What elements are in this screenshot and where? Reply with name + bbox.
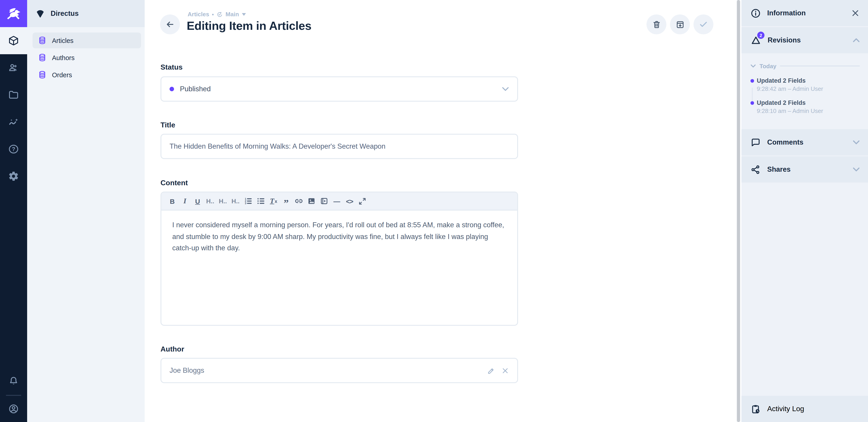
caret-down-icon (242, 13, 246, 15)
clear-format-button[interactable]: Tx (267, 195, 280, 207)
link-button[interactable] (292, 195, 305, 207)
title-value: The Hidden Benefits of Morning Walks: A … (169, 142, 385, 151)
database-icon (38, 53, 46, 62)
wysiwyg-editor: B I U H.. H.. H.. 123 (160, 192, 518, 326)
revisions-panel: Today Updated 2 Fields 9:28:42 am – Admi… (741, 54, 868, 129)
chevron-down-icon (750, 64, 756, 68)
bullet-list-button[interactable] (254, 195, 267, 207)
insert-media-button[interactable] (318, 195, 331, 207)
delete-button[interactable] (647, 14, 666, 34)
heading3-button[interactable]: H.. (229, 195, 242, 207)
chevron-down-icon (852, 167, 860, 172)
heading1-button[interactable]: H.. (204, 195, 217, 207)
code-button[interactable]: <> (343, 195, 356, 207)
activity-log-icon (750, 404, 761, 414)
author-value: Joe Bloggs (169, 366, 204, 375)
italic-button[interactable]: I (179, 195, 191, 207)
sidebar-item-articles[interactable]: Articles (33, 33, 141, 48)
save-button[interactable] (693, 14, 713, 34)
section-label: Activity Log (767, 405, 804, 413)
right-sidebar: Information 2 Revisions (741, 0, 868, 422)
ordered-list-icon: 123 (244, 197, 253, 205)
sidebar-section-shares[interactable]: Shares (741, 156, 868, 184)
insert-image-button[interactable] (305, 195, 318, 207)
horizontal-rule-button[interactable]: — (331, 195, 343, 207)
media-icon (320, 197, 329, 205)
chevron-up-icon (852, 38, 860, 42)
breadcrumb-version[interactable]: Main (225, 11, 239, 18)
heading2-button[interactable]: H.. (217, 195, 229, 207)
account-circle-icon (8, 403, 19, 414)
content-label: Content (160, 179, 518, 187)
sidebar-item-label: Articles (52, 37, 73, 44)
revision-meta: 9:28:10 am – Admin User (757, 107, 860, 115)
sidebar-item-label: Authors (52, 54, 74, 61)
notifications-button[interactable] (0, 368, 27, 395)
info-icon (750, 8, 761, 18)
module-users[interactable] (0, 54, 27, 81)
deselect-x-icon[interactable] (501, 367, 509, 374)
revision-meta: 9:28:42 am – Admin User (757, 85, 860, 93)
revision-title: Updated 2 Fields (757, 99, 860, 107)
sidebar-item-authors[interactable]: Authors (33, 50, 141, 66)
svg-text:?: ? (12, 146, 15, 152)
revision-dot (750, 79, 754, 83)
editor-toolbar: B I U H.. H.. H.. 123 (161, 192, 517, 210)
sidebar-item-orders[interactable]: Orders (33, 67, 141, 83)
underline-button[interactable]: U (191, 195, 204, 207)
arrow-back-icon (165, 20, 175, 29)
database-icon (38, 36, 46, 45)
author-field[interactable]: Joe Bloggs (160, 358, 518, 383)
module-insights[interactable] (0, 108, 27, 135)
title-input[interactable]: The Hidden Benefits of Morning Walks: A … (160, 134, 518, 159)
project-header[interactable]: Directus (27, 0, 145, 27)
module-bar: ? (0, 0, 27, 422)
archive-button[interactable] (670, 14, 690, 34)
author-label: Author (160, 345, 518, 353)
status-value: Published (180, 85, 211, 93)
revision-item[interactable]: Updated 2 Fields 9:28:42 am – Admin User (750, 77, 860, 93)
edit-pencil-icon[interactable] (487, 366, 495, 375)
module-content[interactable] (0, 27, 27, 54)
share-icon (750, 164, 761, 175)
editor-content[interactable]: I never considered myself a morning pers… (161, 210, 517, 262)
bold-button[interactable]: B (166, 195, 179, 207)
module-help[interactable]: ? (0, 135, 27, 163)
ordered-list-button[interactable]: 123 (242, 195, 254, 207)
database-icon (38, 70, 46, 79)
author-field-actions (487, 366, 509, 375)
version-sync-icon (217, 11, 223, 18)
sidebar-section-information[interactable]: Information (741, 0, 868, 27)
revisions-badge: 2 (757, 32, 765, 39)
sidebar-section-revisions[interactable]: 2 Revisions (741, 27, 868, 54)
breadcrumb-collection[interactable]: Articles (188, 11, 209, 18)
group-divider (780, 66, 860, 66)
close-icon[interactable] (851, 8, 860, 18)
status-select[interactable]: Published (160, 76, 518, 102)
activity-log-button[interactable]: Activity Log (741, 395, 868, 422)
module-settings[interactable] (0, 163, 27, 190)
scrollbar-thumb[interactable] (737, 0, 740, 422)
image-icon (307, 197, 316, 205)
revision-item[interactable]: Updated 2 Fields 9:28:10 am – Admin User (750, 99, 860, 115)
fullscreen-button[interactable] (356, 195, 368, 207)
revisions-icon-wrap: 2 (750, 35, 761, 45)
user-menu-button[interactable] (0, 396, 27, 422)
directus-logo[interactable] (0, 0, 27, 27)
revision-group-today[interactable]: Today (750, 61, 860, 71)
back-button[interactable] (160, 14, 180, 34)
breadcrumb: Articles • Main (188, 11, 246, 18)
blockquote-button[interactable]: ” (280, 195, 292, 207)
scrollbar-track[interactable] (737, 0, 741, 422)
cube-icon (8, 35, 19, 46)
breadcrumb-separator: • (212, 11, 214, 18)
archive-icon (675, 20, 685, 29)
sidebar-section-comments[interactable]: Comments (741, 129, 868, 156)
module-files[interactable] (0, 81, 27, 108)
app-window: ? Dir (0, 0, 868, 422)
help-icon: ? (8, 144, 19, 155)
bell-icon (8, 376, 19, 387)
revision-dot (750, 101, 754, 105)
bullet-list-icon (256, 197, 266, 205)
status-dot (169, 87, 174, 91)
